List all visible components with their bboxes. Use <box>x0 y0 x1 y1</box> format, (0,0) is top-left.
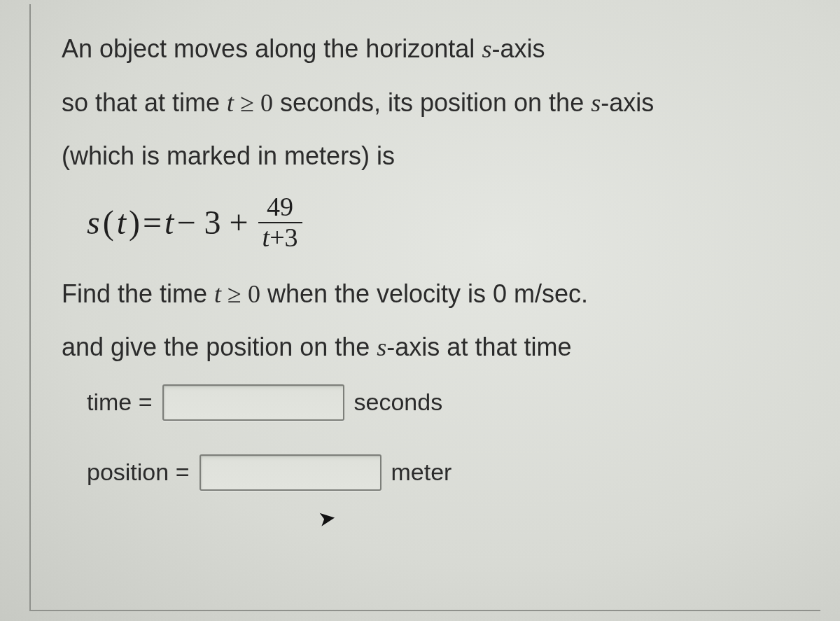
question-panel: An object moves along the horizontal s-a… <box>29 4 820 611</box>
time-input[interactable] <box>162 384 344 421</box>
screen: An object moves along the horizontal s-a… <box>0 0 840 621</box>
problem-line-1: An object moves along the horizontal s-a… <box>62 32 792 67</box>
position-input[interactable] <box>200 454 382 491</box>
time-unit: seconds <box>354 389 443 416</box>
problem-line-5: and give the position on the s-axis at t… <box>62 330 792 365</box>
position-label: position = <box>87 459 190 486</box>
problem-line-2: so that at time t ≥ 0 seconds, its posit… <box>62 86 792 120</box>
time-answer-row: time = seconds <box>87 384 792 421</box>
problem-line-4: Find the time t ≥ 0 when the velocity is… <box>62 277 792 312</box>
problem-line-3: (which is marked in meters) is <box>62 139 792 174</box>
time-label: time = <box>87 389 153 416</box>
position-answer-row: position = meter <box>87 454 792 491</box>
fraction: 49 t+3 <box>258 193 302 252</box>
position-formula: s (t) = t − 3 + 49 t+3 <box>87 193 792 252</box>
position-unit: meter <box>391 459 452 486</box>
